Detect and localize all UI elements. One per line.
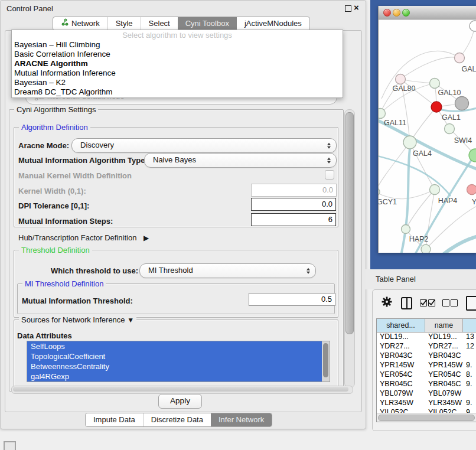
network-node-gal[interactable] bbox=[455, 53, 465, 63]
table-row[interactable]: YER054CYER054C8. bbox=[377, 370, 476, 379]
checked-checkbox-icon[interactable] bbox=[428, 299, 435, 306]
table-row[interactable]: YBL079WYBL079W bbox=[377, 389, 476, 398]
page-icon[interactable] bbox=[466, 296, 476, 311]
close-traffic-light-icon[interactable] bbox=[383, 9, 391, 17]
algorithm-option-basic-correlation-inference[interactable]: Basic Correlation Inference bbox=[12, 50, 343, 59]
data-attributes-list[interactable]: SelfLoopsTopologicalCoefficientBetweenne… bbox=[27, 341, 330, 382]
attribute-item-topologicalcoefficient[interactable]: TopologicalCoefficient bbox=[27, 351, 330, 361]
mi-threshold-field[interactable]: 0.5 bbox=[249, 293, 335, 306]
network-node-label: HAP4 bbox=[438, 197, 458, 205]
table-row[interactable]: YBR043CYBR043C bbox=[377, 351, 476, 360]
attribute-item-betweennesscentrality[interactable]: BetweennessCentrality bbox=[27, 361, 330, 371]
list-scrollbar-thumb[interactable] bbox=[323, 343, 328, 377]
network-node[interactable] bbox=[469, 149, 476, 162]
unchecked-checkbox-icon[interactable] bbox=[451, 299, 458, 306]
network-view-window[interactable]: GALGAL80GAL10GAL1GAL11SWI4GAL4GCY1HAP4YH… bbox=[378, 6, 476, 253]
algorithm-option-mutual-information-inference[interactable]: Mutual Information Inference bbox=[12, 69, 343, 78]
hub-definition-toggle[interactable]: Hub/Transcription Factor Definition ▶ bbox=[18, 233, 149, 242]
network-node-gal1[interactable] bbox=[431, 102, 442, 112]
float-window-icon[interactable] bbox=[345, 5, 351, 12]
network-canvas[interactable]: GALGAL80GAL10GAL1GAL11SWI4GAL4GCY1HAP4YH… bbox=[379, 19, 476, 253]
which-threshold-combobox[interactable]: MI Threshold bbox=[139, 263, 316, 278]
minimize-traffic-light-icon[interactable] bbox=[393, 9, 400, 17]
network-node-y[interactable] bbox=[467, 185, 476, 195]
network-node[interactable] bbox=[455, 97, 469, 110]
network-node[interactable] bbox=[470, 21, 476, 31]
table-row[interactable]: YDL19...YDL19...13 bbox=[377, 332, 476, 341]
table-row[interactable]: YBR045CYBR045C9. bbox=[377, 379, 476, 389]
kernel-width-label: Kernel Width (0,1): bbox=[18, 187, 86, 195]
tab-impute-data[interactable]: Impute Data bbox=[86, 413, 143, 426]
collapsed-arrow-icon[interactable]: ▶ bbox=[144, 234, 149, 242]
table-row[interactable]: YPR145WYPR145W9. bbox=[377, 360, 476, 370]
settings-gear-icon[interactable] bbox=[381, 296, 393, 309]
table-row[interactable]: YDR27...YDR27...12 bbox=[377, 341, 476, 351]
table-cell: YDL19... bbox=[425, 332, 463, 341]
tab-network[interactable]: Network bbox=[53, 17, 107, 30]
tab-cyni-toolbox[interactable]: Cyni Toolbox bbox=[178, 17, 237, 30]
network-node-hap2[interactable] bbox=[402, 225, 410, 234]
network-node-gal4[interactable] bbox=[403, 136, 416, 149]
checked-checkbox-icon[interactable] bbox=[420, 299, 427, 306]
close-window-icon[interactable]: × bbox=[354, 2, 359, 13]
list-scrollbar-track[interactable] bbox=[322, 341, 330, 381]
table-cell: 9 bbox=[463, 407, 476, 413]
table-row[interactable]: YIL052CYIL052C9 bbox=[377, 407, 476, 413]
table-cell: YBR043C bbox=[377, 351, 425, 360]
zoom-traffic-light-icon[interactable] bbox=[402, 9, 410, 17]
tab-infer-network[interactable]: Infer Network bbox=[211, 413, 272, 426]
attribute-item-selfloops[interactable]: SelfLoops bbox=[27, 341, 330, 351]
mi-steps-field[interactable]: 6 bbox=[251, 213, 336, 226]
kernel-width-field[interactable]: 0.0 bbox=[251, 184, 337, 197]
network-node-hap4[interactable] bbox=[430, 185, 440, 195]
algorithm-option-bayesian-k2[interactable]: Bayesian – K2 bbox=[12, 78, 343, 87]
table-cell: YLR345W bbox=[377, 398, 425, 407]
collapsed-panel-button[interactable] bbox=[4, 441, 16, 450]
apply-button[interactable]: Apply bbox=[158, 394, 202, 409]
tab-style[interactable]: Style bbox=[107, 17, 141, 30]
split-view-icon[interactable] bbox=[401, 297, 412, 309]
settings-horizontal-scrollbar-thumb[interactable] bbox=[13, 387, 348, 392]
table-cell: YBL079W bbox=[425, 389, 463, 398]
network-node-gal10[interactable] bbox=[430, 79, 440, 89]
network-node-label: GAL80 bbox=[393, 84, 416, 93]
aracne-mode-combobox[interactable]: Discovery bbox=[71, 138, 337, 153]
table-cell: YBR045C bbox=[425, 379, 463, 389]
tab-jactivemnodules[interactable]: jActiveMNodules bbox=[237, 17, 309, 30]
tab-select[interactable]: Select bbox=[141, 17, 178, 30]
network-window-titlebar[interactable] bbox=[379, 6, 476, 19]
algorithm-option-dream8-dc-tdc-algorithm[interactable]: Dream8 DC_TDC Algorithm bbox=[12, 87, 343, 97]
table-horizontal-scrollbar[interactable] bbox=[377, 413, 476, 422]
dpi-tolerance-field[interactable]: 0.0 bbox=[251, 198, 336, 211]
network-node-gal11[interactable] bbox=[379, 109, 386, 119]
unchecked-checkbox-icon[interactable] bbox=[442, 299, 449, 306]
table-horizontal-scrollbar-thumb[interactable] bbox=[378, 415, 475, 421]
mi-threshold-definition-title: MI Threshold Definition bbox=[22, 279, 106, 288]
tab-discretize-data[interactable]: Discretize Data bbox=[143, 413, 211, 426]
algorithm-option-bayesian-hill-climbing[interactable]: Bayesian – Hill Climbing bbox=[12, 40, 343, 50]
network-node-gcy1[interactable] bbox=[379, 187, 380, 197]
network-node-label: GAL4 bbox=[413, 149, 432, 158]
table-panel-header: Table Panel bbox=[366, 269, 476, 289]
settings-vertical-scrollbar-thumb[interactable] bbox=[345, 112, 354, 334]
mi-algorithm-type-combobox[interactable]: Naive Bayes bbox=[144, 153, 337, 168]
expanded-arrow-icon[interactable]: ▼ bbox=[127, 316, 134, 324]
table-row[interactable]: YLR345WYLR345W9. bbox=[377, 398, 476, 407]
column-header-shared[interactable]: shared... bbox=[377, 319, 425, 332]
attribute-item-gal4rgexp[interactable]: gal4RGexp bbox=[27, 371, 330, 381]
control-panel-titlebar[interactable]: Control Panel × bbox=[1, 1, 366, 16]
column-header-a[interactable]: A bbox=[463, 319, 476, 332]
manual-kernel-width-checkbox[interactable] bbox=[325, 170, 334, 180]
table-cell: YPR145W bbox=[425, 360, 463, 370]
table-cell bbox=[463, 351, 476, 360]
settings-horizontal-scrollbar[interactable] bbox=[11, 386, 353, 394]
network-node[interactable] bbox=[421, 244, 431, 253]
settings-vertical-scrollbar[interactable] bbox=[344, 109, 355, 388]
network-icon bbox=[61, 17, 69, 30]
network-node-swi4[interactable] bbox=[445, 124, 455, 134]
network-node-gal80[interactable] bbox=[396, 74, 406, 84]
algorithm-option-aracne-algorithm[interactable]: ARACNE Algorithm bbox=[12, 59, 343, 69]
column-header-name[interactable]: name bbox=[425, 319, 463, 332]
control-panel-tabstrip: NetworkStyleSelectCyni ToolboxjActiveMNo… bbox=[53, 17, 310, 31]
table-cell: YER054C bbox=[377, 370, 425, 379]
